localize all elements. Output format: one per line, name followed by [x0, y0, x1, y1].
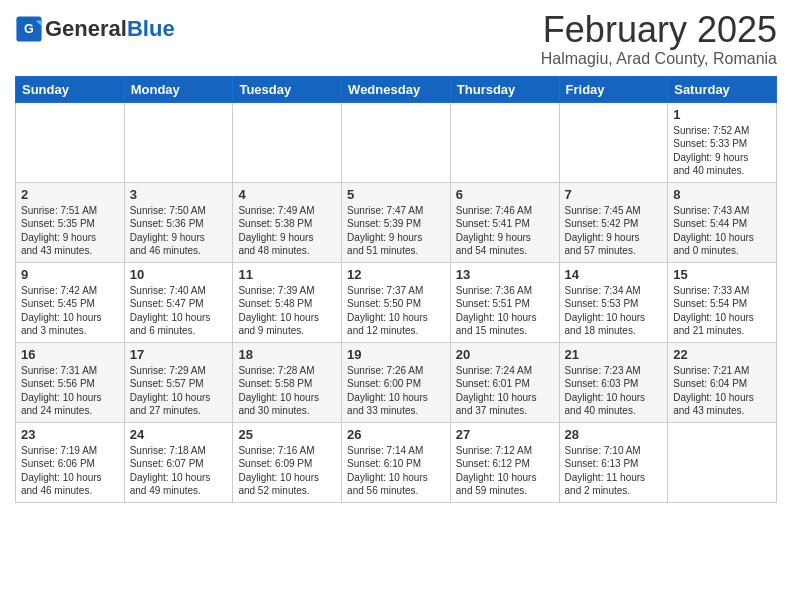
calendar-cell: 19Sunrise: 7:26 AM Sunset: 6:00 PM Dayli…	[342, 342, 451, 422]
day-header-thursday: Thursday	[450, 76, 559, 102]
day-header-tuesday: Tuesday	[233, 76, 342, 102]
calendar-cell: 6Sunrise: 7:46 AM Sunset: 5:41 PM Daylig…	[450, 182, 559, 262]
calendar: SundayMondayTuesdayWednesdayThursdayFrid…	[15, 76, 777, 503]
location-title: Halmagiu, Arad County, Romania	[541, 50, 777, 68]
calendar-cell: 28Sunrise: 7:10 AM Sunset: 6:13 PM Dayli…	[559, 422, 668, 502]
calendar-cell: 24Sunrise: 7:18 AM Sunset: 6:07 PM Dayli…	[124, 422, 233, 502]
day-number: 6	[456, 187, 554, 202]
day-info: Sunrise: 7:51 AM Sunset: 5:35 PM Dayligh…	[21, 204, 119, 258]
calendar-cell: 16Sunrise: 7:31 AM Sunset: 5:56 PM Dayli…	[16, 342, 125, 422]
day-number: 28	[565, 427, 663, 442]
day-number: 22	[673, 347, 771, 362]
day-number: 13	[456, 267, 554, 282]
day-number: 17	[130, 347, 228, 362]
calendar-cell: 1Sunrise: 7:52 AM Sunset: 5:33 PM Daylig…	[668, 102, 777, 182]
day-header-monday: Monday	[124, 76, 233, 102]
header: G GeneralBlue February 2025 Halmagiu, Ar…	[15, 10, 777, 68]
calendar-cell: 27Sunrise: 7:12 AM Sunset: 6:12 PM Dayli…	[450, 422, 559, 502]
day-number: 24	[130, 427, 228, 442]
logo-blue-text: Blue	[127, 16, 175, 41]
day-number: 8	[673, 187, 771, 202]
calendar-cell: 15Sunrise: 7:33 AM Sunset: 5:54 PM Dayli…	[668, 262, 777, 342]
day-number: 7	[565, 187, 663, 202]
day-info: Sunrise: 7:50 AM Sunset: 5:36 PM Dayligh…	[130, 204, 228, 258]
svg-text:G: G	[24, 22, 34, 36]
day-info: Sunrise: 7:18 AM Sunset: 6:07 PM Dayligh…	[130, 444, 228, 498]
day-info: Sunrise: 7:23 AM Sunset: 6:03 PM Dayligh…	[565, 364, 663, 418]
calendar-cell: 18Sunrise: 7:28 AM Sunset: 5:58 PM Dayli…	[233, 342, 342, 422]
day-number: 23	[21, 427, 119, 442]
logo-icon: G	[15, 15, 43, 43]
calendar-cell: 10Sunrise: 7:40 AM Sunset: 5:47 PM Dayli…	[124, 262, 233, 342]
calendar-cell: 11Sunrise: 7:39 AM Sunset: 5:48 PM Dayli…	[233, 262, 342, 342]
day-info: Sunrise: 7:42 AM Sunset: 5:45 PM Dayligh…	[21, 284, 119, 338]
day-number: 9	[21, 267, 119, 282]
day-number: 18	[238, 347, 336, 362]
day-number: 5	[347, 187, 445, 202]
day-header-sunday: Sunday	[16, 76, 125, 102]
day-header-wednesday: Wednesday	[342, 76, 451, 102]
calendar-week-2: 2Sunrise: 7:51 AM Sunset: 5:35 PM Daylig…	[16, 182, 777, 262]
day-info: Sunrise: 7:24 AM Sunset: 6:01 PM Dayligh…	[456, 364, 554, 418]
calendar-cell: 8Sunrise: 7:43 AM Sunset: 5:44 PM Daylig…	[668, 182, 777, 262]
logo-general-text: General	[45, 16, 127, 41]
day-number: 21	[565, 347, 663, 362]
day-header-saturday: Saturday	[668, 76, 777, 102]
day-info: Sunrise: 7:36 AM Sunset: 5:51 PM Dayligh…	[456, 284, 554, 338]
day-info: Sunrise: 7:39 AM Sunset: 5:48 PM Dayligh…	[238, 284, 336, 338]
calendar-cell	[124, 102, 233, 182]
calendar-cell	[450, 102, 559, 182]
calendar-cell: 5Sunrise: 7:47 AM Sunset: 5:39 PM Daylig…	[342, 182, 451, 262]
day-info: Sunrise: 7:34 AM Sunset: 5:53 PM Dayligh…	[565, 284, 663, 338]
day-info: Sunrise: 7:47 AM Sunset: 5:39 PM Dayligh…	[347, 204, 445, 258]
day-info: Sunrise: 7:26 AM Sunset: 6:00 PM Dayligh…	[347, 364, 445, 418]
day-header-friday: Friday	[559, 76, 668, 102]
day-info: Sunrise: 7:49 AM Sunset: 5:38 PM Dayligh…	[238, 204, 336, 258]
calendar-cell: 9Sunrise: 7:42 AM Sunset: 5:45 PM Daylig…	[16, 262, 125, 342]
calendar-cell: 14Sunrise: 7:34 AM Sunset: 5:53 PM Dayli…	[559, 262, 668, 342]
day-number: 14	[565, 267, 663, 282]
day-info: Sunrise: 7:37 AM Sunset: 5:50 PM Dayligh…	[347, 284, 445, 338]
calendar-cell: 12Sunrise: 7:37 AM Sunset: 5:50 PM Dayli…	[342, 262, 451, 342]
day-info: Sunrise: 7:19 AM Sunset: 6:06 PM Dayligh…	[21, 444, 119, 498]
day-info: Sunrise: 7:45 AM Sunset: 5:42 PM Dayligh…	[565, 204, 663, 258]
calendar-cell: 17Sunrise: 7:29 AM Sunset: 5:57 PM Dayli…	[124, 342, 233, 422]
calendar-cell: 25Sunrise: 7:16 AM Sunset: 6:09 PM Dayli…	[233, 422, 342, 502]
calendar-week-4: 16Sunrise: 7:31 AM Sunset: 5:56 PM Dayli…	[16, 342, 777, 422]
calendar-cell: 20Sunrise: 7:24 AM Sunset: 6:01 PM Dayli…	[450, 342, 559, 422]
day-info: Sunrise: 7:31 AM Sunset: 5:56 PM Dayligh…	[21, 364, 119, 418]
calendar-week-3: 9Sunrise: 7:42 AM Sunset: 5:45 PM Daylig…	[16, 262, 777, 342]
day-info: Sunrise: 7:12 AM Sunset: 6:12 PM Dayligh…	[456, 444, 554, 498]
calendar-cell: 21Sunrise: 7:23 AM Sunset: 6:03 PM Dayli…	[559, 342, 668, 422]
calendar-cell: 23Sunrise: 7:19 AM Sunset: 6:06 PM Dayli…	[16, 422, 125, 502]
day-info: Sunrise: 7:43 AM Sunset: 5:44 PM Dayligh…	[673, 204, 771, 258]
logo: G GeneralBlue	[15, 15, 175, 43]
calendar-cell	[668, 422, 777, 502]
day-info: Sunrise: 7:21 AM Sunset: 6:04 PM Dayligh…	[673, 364, 771, 418]
calendar-cell	[16, 102, 125, 182]
calendar-week-5: 23Sunrise: 7:19 AM Sunset: 6:06 PM Dayli…	[16, 422, 777, 502]
day-number: 4	[238, 187, 336, 202]
calendar-cell: 13Sunrise: 7:36 AM Sunset: 5:51 PM Dayli…	[450, 262, 559, 342]
day-info: Sunrise: 7:46 AM Sunset: 5:41 PM Dayligh…	[456, 204, 554, 258]
day-number: 25	[238, 427, 336, 442]
day-info: Sunrise: 7:40 AM Sunset: 5:47 PM Dayligh…	[130, 284, 228, 338]
calendar-header-row: SundayMondayTuesdayWednesdayThursdayFrid…	[16, 76, 777, 102]
day-number: 1	[673, 107, 771, 122]
day-number: 15	[673, 267, 771, 282]
day-number: 27	[456, 427, 554, 442]
calendar-cell: 2Sunrise: 7:51 AM Sunset: 5:35 PM Daylig…	[16, 182, 125, 262]
calendar-cell	[559, 102, 668, 182]
day-info: Sunrise: 7:14 AM Sunset: 6:10 PM Dayligh…	[347, 444, 445, 498]
day-info: Sunrise: 7:10 AM Sunset: 6:13 PM Dayligh…	[565, 444, 663, 498]
calendar-week-1: 1Sunrise: 7:52 AM Sunset: 5:33 PM Daylig…	[16, 102, 777, 182]
day-number: 2	[21, 187, 119, 202]
calendar-cell: 7Sunrise: 7:45 AM Sunset: 5:42 PM Daylig…	[559, 182, 668, 262]
calendar-cell: 22Sunrise: 7:21 AM Sunset: 6:04 PM Dayli…	[668, 342, 777, 422]
calendar-cell	[233, 102, 342, 182]
title-area: February 2025 Halmagiu, Arad County, Rom…	[541, 10, 777, 68]
calendar-cell: 3Sunrise: 7:50 AM Sunset: 5:36 PM Daylig…	[124, 182, 233, 262]
day-number: 19	[347, 347, 445, 362]
day-number: 3	[130, 187, 228, 202]
day-number: 10	[130, 267, 228, 282]
